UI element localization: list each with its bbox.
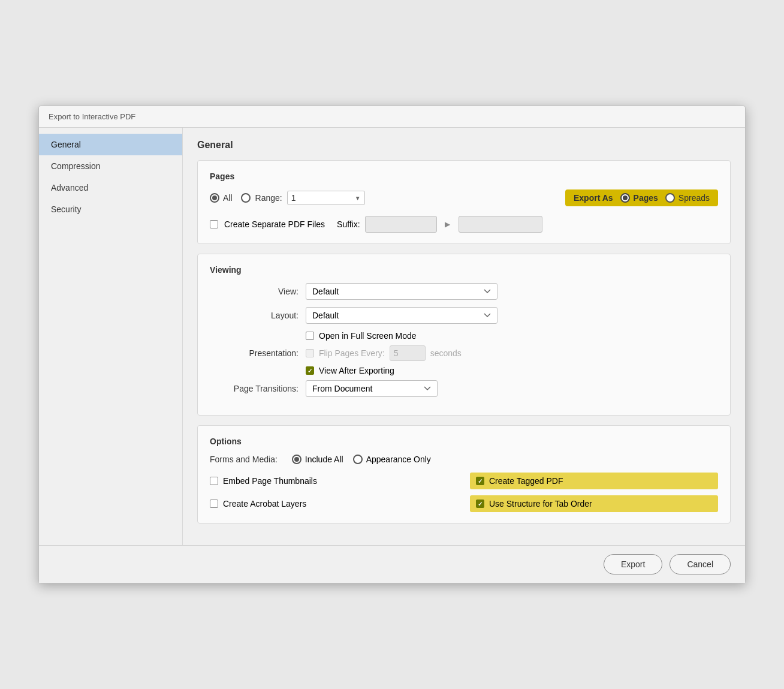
export-as-label: Export As	[574, 193, 613, 203]
sidebar-item-advanced[interactable]: Advanced	[39, 177, 182, 198]
create-tagged-label: Create Tagged PDF	[489, 476, 563, 486]
options-panel: Options Forms and Media: Include All App…	[197, 425, 731, 523]
dialog-body: General Compression Advanced Security Ge…	[39, 128, 745, 545]
use-structure-label: Use Structure for Tab Order	[489, 499, 592, 509]
export-as-spreads-option[interactable]: Spreads	[665, 193, 710, 203]
layout-row: Layout: Default	[210, 307, 718, 324]
pages-row: All Range: 1 ▼	[210, 189, 718, 206]
layout-label: Layout:	[210, 311, 306, 320]
sidebar-item-general[interactable]: General	[39, 134, 182, 155]
forms-media-row: Forms and Media: Include All Appearance …	[210, 455, 718, 464]
include-all-radio-group[interactable]: Include All	[292, 455, 343, 464]
view-after-exporting-label: View After Exporting	[319, 366, 394, 375]
sidebar: General Compression Advanced Security	[39, 128, 183, 545]
pages-range-group: Range: 1 ▼	[241, 191, 365, 205]
pages-range-radio[interactable]	[241, 193, 251, 203]
appearance-only-radio[interactable]	[353, 455, 363, 464]
options-panel-label: Options	[210, 437, 718, 446]
page-title: General	[197, 140, 731, 151]
sidebar-compression-label: Compression	[51, 161, 100, 171]
cancel-button[interactable]: Cancel	[670, 554, 731, 574]
separate-files-row: Create Separate PDF Files Suffix: ▶	[210, 216, 718, 233]
embed-thumbnails-label: Embed Page Thumbnails	[223, 476, 317, 486]
layout-dropdown[interactable]: Default	[306, 307, 497, 324]
view-label: View:	[210, 287, 306, 296]
pages-all-radio[interactable]	[210, 193, 219, 203]
open-fullscreen-label: Open in Full Screen Mode	[319, 331, 417, 341]
open-fullscreen-row: Open in Full Screen Mode	[306, 331, 462, 341]
pages-panel-label: Pages	[210, 172, 718, 181]
suffix-input[interactable]	[365, 216, 437, 233]
export-pages-label: Pages	[634, 193, 658, 203]
create-tagged-checkbox[interactable]	[476, 477, 484, 485]
appearance-only-label: Appearance Only	[366, 455, 431, 464]
view-row: View: Default	[210, 283, 718, 300]
flip-pages-label: Flip Pages Every:	[319, 348, 385, 358]
export-spreads-radio[interactable]	[665, 193, 675, 203]
create-acrobat-label: Create Acrobat Layers	[223, 499, 306, 509]
export-as-pages-option[interactable]: Pages	[620, 193, 658, 203]
create-tagged-item: Create Tagged PDF	[470, 473, 718, 489]
view-dropdown[interactable]: Default	[306, 283, 497, 300]
suffix-label: Suffix:	[337, 219, 360, 229]
viewing-panel-label: Viewing	[210, 265, 718, 275]
dialog-footer: Export Cancel	[39, 545, 745, 583]
suffix-arrow-icon[interactable]: ▶	[442, 218, 454, 230]
sidebar-general-label: General	[51, 140, 81, 149]
open-fullscreen-checkbox[interactable]	[306, 332, 314, 340]
flip-pages-input[interactable]	[390, 345, 426, 361]
embed-thumbnails-item: Embed Page Thumbnails	[210, 473, 458, 489]
export-spreads-label: Spreads	[679, 193, 710, 203]
separate-files-label: Create Separate PDF Files	[224, 219, 325, 229]
pages-range-label: Range:	[255, 193, 282, 203]
presentation-row: Presentation: Open in Full Screen Mode F…	[210, 331, 718, 375]
use-structure-item: Use Structure for Tab Order	[470, 495, 718, 512]
main-content: General Pages All Range:	[183, 128, 745, 545]
pages-all-radio-group[interactable]: All	[210, 193, 233, 203]
viewing-panel: Viewing View: Default Layout: Default	[197, 254, 731, 416]
create-acrobat-checkbox[interactable]	[210, 500, 218, 508]
page-transitions-label: Page Transitions:	[210, 384, 306, 393]
flip-pages-unit: seconds	[430, 348, 462, 358]
export-as-group: Export As Pages Spreads	[565, 189, 718, 206]
include-all-label: Include All	[305, 455, 343, 464]
suffix-extra-field	[459, 216, 542, 233]
range-input-wrapper[interactable]: 1 ▼	[287, 191, 365, 205]
appearance-only-radio-group[interactable]: Appearance Only	[353, 455, 431, 464]
suffix-group: Suffix: ▶	[337, 216, 542, 233]
export-pages-radio[interactable]	[620, 193, 630, 203]
forms-media-label: Forms and Media:	[210, 455, 278, 464]
include-all-radio[interactable]	[292, 455, 301, 464]
presentation-label: Presentation:	[210, 348, 306, 358]
sidebar-item-security[interactable]: Security	[39, 198, 182, 220]
sidebar-item-compression[interactable]: Compression	[39, 155, 182, 177]
options-checkboxes: Embed Page Thumbnails Create Tagged PDF …	[210, 473, 718, 512]
range-value: 1	[291, 193, 296, 203]
flip-pages-checkbox[interactable]	[306, 349, 314, 357]
sidebar-advanced-label: Advanced	[51, 183, 88, 192]
dialog-title: Export to Interactive PDF	[39, 106, 745, 128]
range-chevron-icon: ▼	[355, 195, 361, 201]
separate-files-checkbox[interactable]	[210, 220, 218, 228]
presentation-options: Open in Full Screen Mode Flip Pages Ever…	[306, 331, 462, 375]
flip-pages-row: Flip Pages Every: seconds	[306, 345, 462, 361]
sidebar-security-label: Security	[51, 204, 82, 214]
page-transitions-row: Page Transitions: From Document	[210, 380, 718, 397]
pages-left: All Range: 1 ▼	[210, 191, 365, 205]
create-acrobat-item: Create Acrobat Layers	[210, 495, 458, 512]
view-after-exporting-row: View After Exporting	[306, 366, 462, 375]
page-transitions-dropdown[interactable]: From Document	[306, 380, 438, 397]
view-after-exporting-checkbox[interactable]	[306, 366, 314, 375]
use-structure-checkbox[interactable]	[476, 500, 484, 508]
embed-thumbnails-checkbox[interactable]	[210, 477, 218, 485]
export-dialog: Export to Interactive PDF General Compre…	[38, 106, 746, 583]
export-button[interactable]: Export	[604, 554, 662, 574]
pages-panel: Pages All Range: 1	[197, 160, 731, 244]
pages-all-label: All	[223, 193, 233, 203]
